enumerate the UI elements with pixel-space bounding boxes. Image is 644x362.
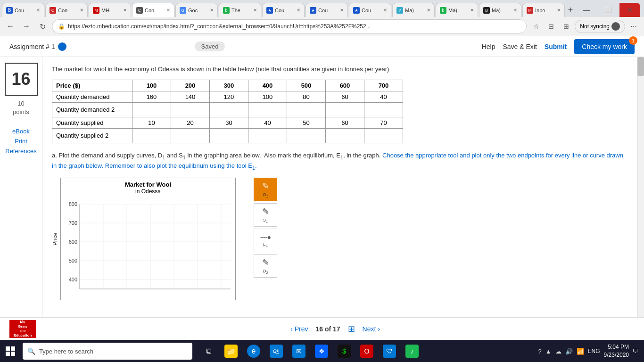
ebook-link[interactable]: eBook [12,128,30,135]
cell-qd2-300[interactable] [210,102,248,117]
tab-bb[interactable]: B Cou ✕ [2,3,44,17]
cloud-icon[interactable]: ☁ [555,348,561,355]
input-qs2-100[interactable] [136,131,167,141]
cell-qs2-400[interactable] [248,128,287,143]
cell-qd2-100[interactable] [132,102,171,117]
tool-d2[interactable]: ✎ D2 [254,254,277,278]
maximize-button[interactable]: ⬜ [598,3,619,17]
help-link[interactable]: Help [482,43,495,50]
input-qs2-500[interactable] [291,131,322,141]
input-qs2-600[interactable] [330,131,360,141]
tab-close-cou2[interactable]: ✕ [340,8,344,13]
next-button[interactable]: Next › [363,325,380,333]
tab-close-may1[interactable]: ✕ [427,8,430,13]
scrollbar[interactable] [637,57,644,317]
tab-close-con2[interactable]: ✕ [166,8,170,13]
tool-e1[interactable]: ----● E1 [254,229,277,252]
check-my-work-button[interactable]: Check my work 1 [574,39,635,54]
print-link[interactable]: Print [15,138,27,145]
help-taskbar-icon[interactable]: ? [538,348,541,355]
references-link[interactable]: References [5,148,36,155]
sync-button[interactable]: Not syncing [575,20,625,33]
tab-google[interactable]: G Goc ✕ [175,3,218,17]
cell-qd2-600[interactable] [326,102,364,117]
input-qs2-300[interactable] [214,131,244,141]
tab-close-inbox[interactable]: ✕ [557,8,561,13]
tab-close-con1[interactable]: ✕ [80,8,83,13]
input-qd2-200[interactable] [175,105,206,115]
tab-con1[interactable]: C Con ✕ [45,3,88,17]
input-qs2-700[interactable] [368,131,399,141]
tab-inbox[interactable]: M Inbo ✕ [522,3,565,17]
new-tab-button[interactable]: + [566,3,575,17]
cell-qs2-300[interactable] [210,128,248,143]
tab-close-may2[interactable]: ✕ [470,8,474,13]
tab-cou2[interactable]: ★ Cou ✕ [305,3,348,17]
input-qd2-500[interactable] [291,105,322,115]
taskbar-app-spotify[interactable]: ♪ [402,340,422,362]
cell-qs2-100[interactable] [132,128,171,143]
cell-qd2-700[interactable] [364,102,403,117]
tool-d1[interactable]: ✎ D1 [254,178,277,201]
save-exit-link[interactable]: Save & Exit [503,43,537,50]
close-button[interactable]: ✕ [619,3,640,17]
taskbar-app-store[interactable]: 🛍 [266,340,287,362]
input-qd2-100[interactable] [136,105,167,115]
tab-con2-active[interactable]: C Con ✕ [132,3,174,17]
input-qd2-400[interactable] [252,105,283,115]
cell-qd2-400[interactable] [248,102,287,117]
forward-button[interactable]: → [20,20,33,33]
taskbar-app-mail[interactable]: ✉ [289,340,309,362]
network-icon[interactable]: ▲ [545,348,552,355]
input-qs2-400[interactable] [252,131,283,141]
tab-may2[interactable]: b Ma) ✕ [436,3,478,17]
prev-button[interactable]: ‹ Prev [290,325,308,333]
graph-area[interactable]: Market for Wool in Odessa [60,178,236,300]
taskbar-app-edge[interactable]: e [243,340,264,362]
star-icon[interactable]: ☆ [529,20,543,33]
tab-close-mh[interactable]: ✕ [123,8,127,13]
minimize-button[interactable]: — [576,3,597,17]
taskbar-app-defender[interactable]: 🛡 [379,340,400,362]
taskbar-app-dropbox[interactable]: ❖ [311,340,332,362]
tab-may1[interactable]: ? Ma) ✕ [392,3,435,17]
input-qd2-600[interactable] [330,105,360,115]
grid-view-icon[interactable]: ⊞ [348,324,355,334]
cell-qs2-700[interactable] [364,128,403,143]
taskbar-search-bar[interactable]: 🔍 Type here to search [23,343,192,360]
cell-qd2-500[interactable] [287,102,326,117]
tab-close-cou3[interactable]: ✕ [383,8,387,13]
tool-s1[interactable]: ✎ S1 [254,203,277,227]
taskbar-app-task-view[interactable]: ⧉ [198,340,219,362]
reading-icon[interactable]: ⊟ [545,20,558,33]
taskbar-app-app1[interactable]: $ [334,340,355,362]
input-qd2-300[interactable] [214,105,244,115]
instructions-link[interactable]: Choose the appropriate tool and plot onl… [52,152,623,170]
tab-close-cou1[interactable]: ✕ [297,8,300,13]
input-qs2-200[interactable] [175,131,206,141]
cell-qd2-200[interactable] [171,102,210,117]
taskbar-app-office[interactable]: O [356,340,377,362]
volume-icon[interactable]: 🔊 [565,348,573,355]
scrollbar-thumb[interactable] [637,57,644,76]
tab-cou1[interactable]: ★ Cou ✕ [262,3,305,17]
url-bar[interactable]: 🔒 https://ezto.mheducation.com/ext/map/i… [52,19,527,33]
profile-icon[interactable]: ⊞ [560,20,573,33]
tab-close-goo[interactable]: ✕ [210,8,214,13]
tab-mh[interactable]: M MH ✕ [89,3,131,17]
tab-close-the[interactable]: ✕ [253,8,257,13]
tab-may3[interactable]: B Ma) ✕ [479,3,521,17]
input-qd2-700[interactable] [368,105,399,115]
submit-button[interactable]: Submit [545,43,567,50]
tab-cou3[interactable]: ★ Cou ✕ [349,3,391,17]
cell-qs2-500[interactable] [287,128,326,143]
back-button[interactable]: ← [4,20,17,33]
tab-the[interactable]: b The ✕ [219,3,261,17]
notification-icon[interactable]: 🗨 [633,348,638,354]
start-button[interactable] [0,340,21,362]
info-icon[interactable]: i [58,42,66,51]
taskbar-app-file-explorer[interactable]: 📁 [221,340,241,362]
cell-qs2-600[interactable] [326,128,364,143]
reload-button[interactable]: ↻ [36,20,49,33]
tab-close-bb[interactable]: ✕ [36,8,40,13]
